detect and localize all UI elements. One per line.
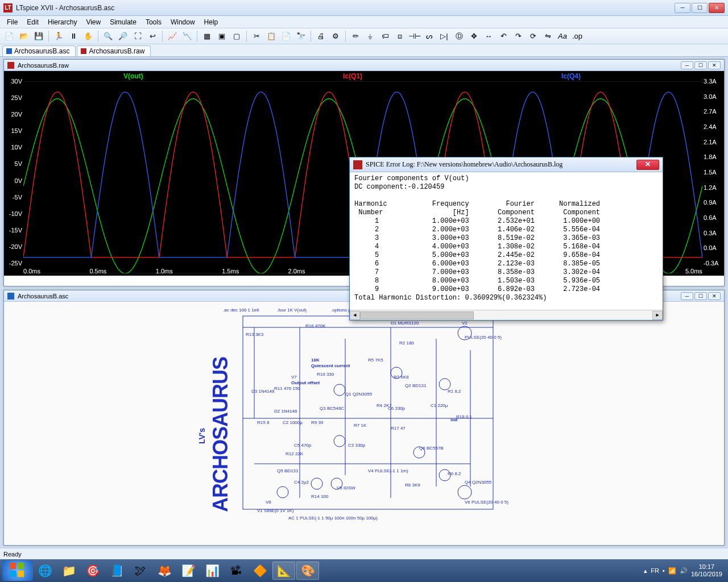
label-icon[interactable]: 🏷 (378, 30, 392, 43)
cascade-icon[interactable]: ▣ (215, 30, 229, 43)
component-label[interactable]: Q6 BC557B (419, 446, 444, 451)
scroll-right-icon[interactable]: ► (652, 311, 663, 320)
component-label[interactable]: V1 SINE(0 1V 1K) (257, 508, 294, 513)
child-minimize-button[interactable]: ─ (681, 292, 693, 300)
component-label[interactable]: R18 0.1 (456, 414, 473, 419)
child-maximize-button[interactable]: ☐ (694, 61, 707, 69)
child-minimize-button[interactable]: ─ (681, 61, 693, 69)
component-label[interactable]: C5 470p (294, 443, 312, 448)
popup-body[interactable]: Fourier components of V(out) DC componen… (350, 172, 663, 310)
component-label[interactable]: V7 (291, 375, 297, 380)
component-label[interactable]: V5 IDSW (337, 485, 355, 490)
component-label[interactable]: C3 330p (348, 443, 366, 448)
move-icon[interactable]: ✥ (467, 30, 481, 43)
component-label[interactable]: R3 6K8 (394, 375, 409, 380)
component-label[interactable]: D1 MURS120 (391, 321, 419, 326)
resistor-icon[interactable]: ⧈ (393, 30, 407, 43)
scroll-thumb[interactable] (360, 311, 474, 319)
copy-icon[interactable]: 📋 (264, 30, 278, 43)
taskbar-vlc-icon[interactable]: 🔶 (249, 562, 271, 580)
component-label[interactable]: R17 47 (391, 426, 406, 431)
inductor-icon[interactable]: ᔕ (423, 30, 436, 43)
taskbar-app-1-icon[interactable]: 📘 (105, 562, 128, 580)
trace-label-icq4[interactable]: Ic(Q4) (561, 72, 581, 80)
component-label[interactable]: C4 2µ2 (294, 480, 309, 485)
close-all-icon[interactable]: ▢ (230, 30, 243, 43)
popup-titlebar[interactable]: SPICE Error Log: F:\New versions\homebre… (350, 157, 663, 172)
component-label[interactable]: D2 1N4148 (274, 409, 297, 414)
zoom-in-icon[interactable]: 🔍 (101, 30, 115, 43)
component-label[interactable]: C6 330p (388, 406, 406, 411)
taskbar-powerpoint-icon[interactable]: 📽 (225, 562, 247, 580)
undo-icon[interactable]: ↶ (497, 30, 510, 43)
taskbar-excel-icon[interactable]: 📊 (201, 562, 224, 580)
component-label[interactable]: R14 100 (311, 494, 329, 499)
component-label[interactable]: Q1 Q2N3055 (345, 392, 373, 397)
component-label[interactable]: R10 330 (317, 372, 334, 377)
new-schematic-icon[interactable]: 📄 (2, 30, 16, 43)
taskbar-ie-icon[interactable]: 🌐 (34, 562, 56, 580)
close-button[interactable]: ✕ (709, 3, 725, 13)
component-label[interactable]: V2 (462, 321, 468, 326)
cut-icon[interactable]: ✂ (250, 30, 263, 43)
component-label[interactable]: D3 1N4148 (251, 389, 275, 394)
schematic-canvas[interactable]: ARCHOSAURUS LV's (4, 302, 724, 545)
component-label[interactable]: C2 1000µ (283, 420, 303, 425)
autorange-icon[interactable]: 📈 (166, 30, 179, 43)
tab-asc[interactable]: ArchosaurusB.asc (2, 45, 76, 56)
component-label[interactable]: R6 8.2 (448, 471, 461, 476)
component-label[interactable]: Q5 BD131 (277, 468, 299, 473)
taskbar-app-2-icon[interactable]: 🕊 (129, 562, 152, 580)
save-icon[interactable]: 💾 (32, 30, 46, 43)
component-label[interactable]: R5 7K5 (368, 357, 383, 363)
start-button[interactable] (2, 560, 33, 581)
maximize-button[interactable]: ☐ (692, 3, 708, 13)
taskbar-paint-icon[interactable]: 🎨 (296, 562, 319, 580)
schematic-svg[interactable]: R13 3K3R16 470KD1 MURS120R2 180V2PULSE(2… (220, 305, 516, 521)
trace-label-vout[interactable]: V(out) (123, 72, 143, 80)
component-label[interactable]: R7 1K (354, 423, 367, 428)
paste-icon[interactable]: 📄 (279, 30, 293, 43)
tile-icon[interactable]: ▦ (200, 30, 214, 43)
system-tray[interactable]: ▴ FR ▪ 📶 🔊 10:17 16/10/2019 (640, 563, 726, 578)
run-icon[interactable]: 🏃 (52, 30, 65, 43)
tray-clock[interactable]: 10:17 16/10/2019 (691, 563, 722, 578)
taskbar-ltspice-icon[interactable]: 📐 (272, 562, 295, 580)
component-label[interactable]: Q4 Q2N3055 (465, 480, 492, 485)
setup-icon[interactable]: ⚙ (329, 30, 342, 43)
spice-directive[interactable]: .ac dec 100 1 1e6 (223, 307, 259, 313)
component-label[interactable]: R8 3K9 (405, 483, 420, 488)
taskbar-firefox-icon[interactable]: 🦊 (153, 562, 176, 580)
scroll-track[interactable] (360, 311, 652, 320)
ground-icon[interactable]: ⏚ (363, 30, 377, 43)
print-icon[interactable]: 🖨 (314, 30, 328, 43)
component-label[interactable]: R13 3K3 (246, 332, 264, 337)
diode-icon[interactable]: ▷| (437, 30, 451, 43)
add-trace-icon[interactable]: 📉 (180, 30, 194, 43)
halt-icon[interactable]: ⏸ (67, 30, 80, 43)
component-label[interactable]: V4 PULSE(-1 1 1m) (368, 468, 408, 473)
capacitor-icon[interactable]: ⊣⊢ (408, 30, 421, 43)
tray-chevron-icon[interactable]: ▴ (644, 567, 647, 575)
zoom-back-icon[interactable]: ↩ (146, 30, 159, 43)
taskbar-explorer-icon[interactable]: 📁 (57, 562, 80, 580)
tab-raw[interactable]: ArchosaurusB.raw (77, 45, 151, 56)
minimize-button[interactable]: ─ (675, 3, 690, 13)
component-label[interactable]: V6 PULSE(20 40 0 5) (465, 500, 508, 505)
popup-scrollbar[interactable]: ◄ ► (350, 310, 663, 320)
tray-network-icon[interactable]: 📶 (668, 567, 676, 575)
child-close-button[interactable]: ✕ (708, 292, 721, 300)
menu-simulate[interactable]: Simulate (105, 17, 141, 27)
plot-window-titlebar[interactable]: ArchosaurusB.raw ─ ☐ ✕ (4, 60, 724, 71)
component-label[interactable]: R2 180 (399, 340, 414, 346)
child-maximize-button[interactable]: ☐ (694, 292, 707, 300)
component-label[interactable]: R9 39 (311, 420, 324, 425)
taskbar-chrome-icon[interactable]: 🎯 (81, 562, 104, 580)
redo-icon[interactable]: ↷ (511, 30, 525, 43)
mirror-icon[interactable]: ⇋ (541, 30, 555, 43)
component-label[interactable]: C1 220µ (431, 403, 448, 408)
tray-volume-icon[interactable]: 🔊 (680, 567, 688, 575)
trace-label-icq1[interactable]: Ic(Q1) (343, 72, 362, 80)
tray-lang[interactable]: FR (651, 567, 659, 574)
component-label[interactable]: AC 1 PULSE(-1 1 50µ 100n 100n 50µ 100µ) (288, 516, 378, 521)
